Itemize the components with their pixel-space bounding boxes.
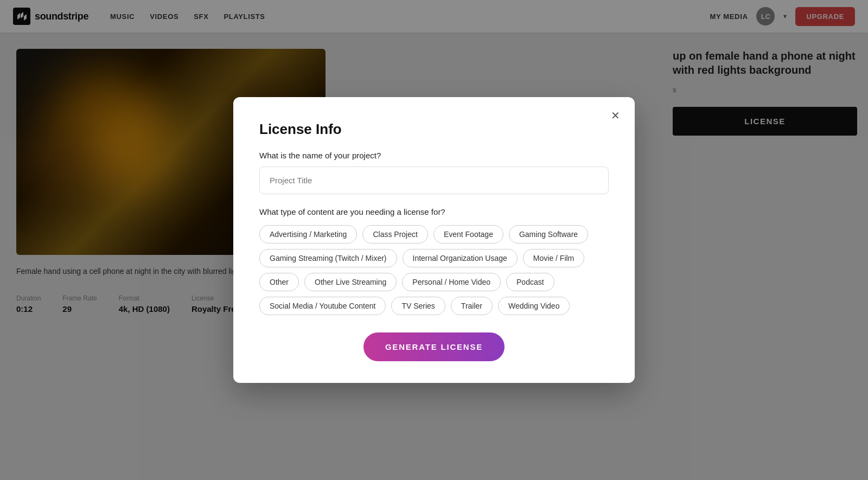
modal-title: License Info — [259, 121, 609, 138]
modal-overlay[interactable]: ✕ License Info What is the name of your … — [0, 0, 868, 480]
content-type-tag-11[interactable]: Social Media / Youtube Content — [259, 297, 386, 315]
content-type-tag-7[interactable]: Other — [259, 273, 299, 291]
content-type-tag-9[interactable]: Personal / Home Video — [402, 273, 501, 291]
content-type-tag-8[interactable]: Other Live Streaming — [304, 273, 397, 291]
content-question: What type of content are you needing a l… — [259, 207, 609, 216]
content-type-tag-5[interactable]: Internal Organization Usage — [403, 249, 518, 267]
content-type-tag-10[interactable]: Podcast — [506, 273, 554, 291]
generate-license-button[interactable]: GENERATE LICENSE — [363, 332, 505, 361]
content-type-tag-0[interactable]: Advertising / Marketing — [259, 225, 357, 244]
close-button[interactable]: ✕ — [607, 107, 624, 124]
content-type-tag-12[interactable]: TV Series — [391, 297, 445, 315]
content-type-tag-6[interactable]: Movie / Film — [523, 249, 584, 267]
content-type-tag-3[interactable]: Gaming Software — [509, 225, 588, 244]
content-type-tag-4[interactable]: Gaming Streaming (Twitch / Mixer) — [259, 249, 397, 267]
content-type-tags: Advertising / MarketingClass ProjectEven… — [259, 225, 609, 315]
content-type-tag-13[interactable]: Trailer — [451, 297, 493, 315]
content-type-tag-2[interactable]: Event Footage — [433, 225, 503, 244]
project-title-input[interactable] — [259, 167, 609, 194]
content-type-tag-1[interactable]: Class Project — [362, 225, 427, 244]
content-type-tag-14[interactable]: Wedding Video — [498, 297, 570, 315]
project-question: What is the name of your project? — [259, 151, 609, 160]
license-modal: ✕ License Info What is the name of your … — [233, 97, 635, 383]
